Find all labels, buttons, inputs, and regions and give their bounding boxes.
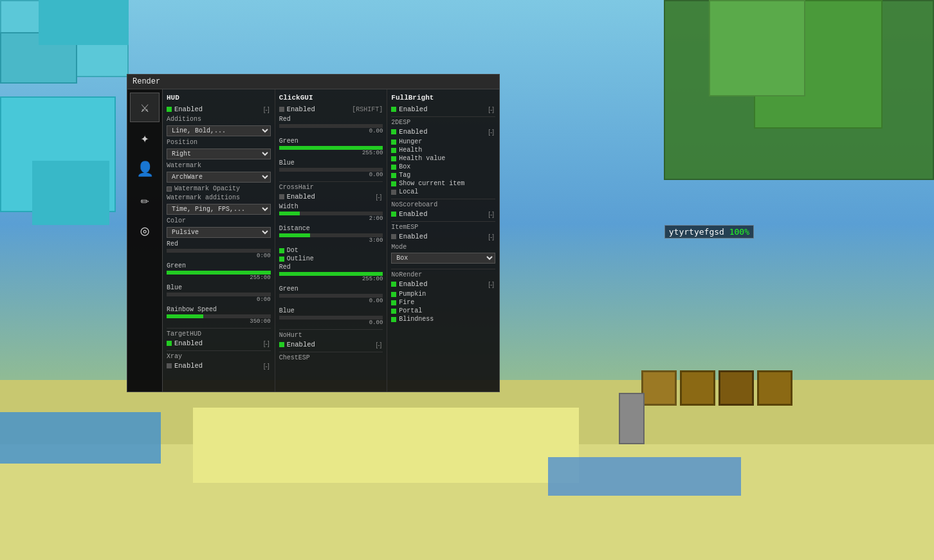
crosshair-width-section: Width 2:00 xyxy=(279,203,383,222)
twodesp-showcurrentitem-checkbox[interactable] xyxy=(391,181,396,186)
crosshair-red-fill xyxy=(279,272,383,276)
hud-position-select[interactable]: Right xyxy=(167,149,271,159)
crosshair-outline-row: Outline xyxy=(279,255,383,262)
hud-rainbow-speed-track[interactable] xyxy=(167,314,271,318)
crosshair-width-value: 2:00 xyxy=(279,215,383,222)
targethud-enabled-toggle[interactable]: [-] xyxy=(262,340,271,347)
twodesp-health-checkbox[interactable] xyxy=(391,148,396,153)
hud-blue-track[interactable] xyxy=(167,293,271,296)
nohurt-enabled-label: Enabled xyxy=(287,341,315,348)
twodesp-local-row: Local xyxy=(391,188,495,195)
hud-red-track[interactable] xyxy=(167,249,271,253)
watermark-opacity-checkbox[interactable] xyxy=(167,186,172,192)
hud-additions-select[interactable]: Line, Bold,... xyxy=(167,125,271,136)
fullbright-enabled-toggle[interactable]: [-] xyxy=(487,106,495,113)
hud-enabled-toggle[interactable]: [-] xyxy=(262,106,271,113)
itemesp-enabled-row: Enabled [-] xyxy=(391,233,495,240)
target-icon: ◎ xyxy=(140,222,149,240)
norender-blindness-checkbox[interactable] xyxy=(391,317,396,322)
clickgui-green-track[interactable] xyxy=(279,146,383,150)
crosshair-distance-track[interactable] xyxy=(279,233,383,237)
sidebar-item-target[interactable]: ◎ xyxy=(130,216,160,246)
targethud-title: TargetHUD xyxy=(167,328,271,338)
twodesp-box-label: Box xyxy=(399,163,410,170)
xray-enabled-toggle[interactable]: [-] xyxy=(262,363,271,370)
sidebar-item-edit[interactable]: ✏ xyxy=(130,185,160,215)
norender-pumpkin-label: Pumpkin xyxy=(399,291,426,298)
twodesp-tag-row: Tag xyxy=(391,172,495,179)
twodesp-healthvalue-checkbox[interactable] xyxy=(391,156,396,161)
hud-red-slider-section: Red 0:00 xyxy=(167,240,271,259)
norender-pumpkin-row: Pumpkin xyxy=(391,291,495,298)
crosshair-blue-section: Blue 0.00 xyxy=(279,307,383,326)
crosshair-distance-label: Distance xyxy=(279,225,383,232)
twodesp-enabled-label: Enabled xyxy=(399,128,427,136)
hud-blue-value: 0:00 xyxy=(167,296,271,303)
norender-enabled-toggle[interactable]: [-] xyxy=(487,281,495,288)
twodesp-local-label: Local xyxy=(399,188,418,195)
fullbright-enabled-indicator xyxy=(391,107,396,112)
hud-watermark-additions-select[interactable]: Time, Ping, FPS,... xyxy=(167,204,271,215)
itemesp-enabled-indicator xyxy=(391,234,396,239)
clickgui-title: ClickGUI xyxy=(279,93,383,103)
hud-watermark-select[interactable]: ArchWare xyxy=(167,172,271,183)
clickgui-green-label: Green xyxy=(279,138,383,145)
clickgui-bind-label: [RSHIFT] xyxy=(352,106,383,113)
norender-enabled-indicator xyxy=(391,282,396,287)
targethud-enabled-indicator xyxy=(167,341,172,346)
hud-additions-label: Additions xyxy=(167,116,212,123)
hud-enabled-row: Enabled [-] xyxy=(167,105,271,113)
hud-watermark-dropdown-row: ArchWare xyxy=(167,172,271,183)
twodesp-healthvalue-label: Health value xyxy=(399,155,445,162)
hud-green-fill xyxy=(167,271,271,275)
crosshair-width-track[interactable] xyxy=(279,212,383,215)
norender-pumpkin-checkbox[interactable] xyxy=(391,292,396,297)
sidebar-item-render[interactable]: ⚔ xyxy=(130,93,160,122)
norender-fire-checkbox[interactable] xyxy=(391,300,396,305)
sidebar-item-magic[interactable]: ✦ xyxy=(130,123,160,153)
twodesp-local-checkbox[interactable] xyxy=(391,190,396,195)
crosshair-enabled-toggle[interactable]: [-] xyxy=(374,194,383,201)
columns: HUD Enabled [-] Additions Line, Bold,... xyxy=(163,89,499,392)
clickgui-red-track[interactable] xyxy=(279,124,383,128)
norender-blindness-row: Blindness xyxy=(391,316,495,323)
player-icon: 👤 xyxy=(136,161,154,178)
crosshair-blue-track[interactable] xyxy=(279,316,383,320)
hud-green-slider-section: Green 255:00 xyxy=(167,262,271,281)
edit-icon: ✏ xyxy=(140,192,149,209)
hud-watermark-row: Watermark xyxy=(167,162,271,169)
fullbright-title: FullBright xyxy=(391,93,495,103)
hud-color-label: Color xyxy=(167,217,212,224)
clickgui-blue-track[interactable] xyxy=(279,168,383,172)
itemesp-enabled-toggle[interactable]: [-] xyxy=(487,233,495,240)
crosshair-green-track[interactable] xyxy=(279,294,383,298)
twodesp-enabled-row: Enabled [-] xyxy=(391,128,495,136)
noscoreboard-enabled-toggle[interactable]: [-] xyxy=(487,211,495,218)
nohurt-enabled-indicator xyxy=(279,342,284,347)
hud-color-select[interactable]: Pulsive xyxy=(167,227,271,238)
crosshair-dot-checkbox[interactable] xyxy=(279,248,284,253)
itemesp-mode-select[interactable]: Box Corners xyxy=(391,253,495,264)
twodesp-box-row: Box xyxy=(391,163,495,170)
twodesp-enabled-toggle[interactable]: [-] xyxy=(487,129,495,136)
hud-green-track[interactable] xyxy=(167,271,271,275)
twodesp-hunger-checkbox[interactable] xyxy=(391,140,396,145)
crosshair-red-track[interactable] xyxy=(279,272,383,276)
sidebar-item-player[interactable]: 👤 xyxy=(130,154,160,184)
nametag-text: ytyrtyefgsd xyxy=(669,227,724,237)
twodesp-box-checkbox[interactable] xyxy=(391,165,396,170)
crosshair-enabled-label: Enabled xyxy=(287,193,315,201)
targethud-enabled-row: Enabled [-] xyxy=(167,339,271,347)
itemesp-title: ItemESP xyxy=(391,221,495,231)
norender-portal-checkbox[interactable] xyxy=(391,309,396,314)
twodesp-tag-checkbox[interactable] xyxy=(391,173,396,178)
crosshair-distance-fill xyxy=(279,233,311,237)
hud-watermark-label: Watermark xyxy=(167,162,212,169)
clickgui-enabled-indicator xyxy=(279,107,284,112)
crosshair-outline-label: Outline xyxy=(287,255,314,262)
hud-watermark-opacity-row: Watermark Opacity xyxy=(167,185,271,192)
crosshair-outline-checkbox[interactable] xyxy=(279,257,284,262)
itemesp-mode-label: Mode xyxy=(391,244,407,251)
nohurt-enabled-toggle[interactable]: [-] xyxy=(374,341,383,348)
twodesp-enabled-indicator xyxy=(391,129,396,134)
